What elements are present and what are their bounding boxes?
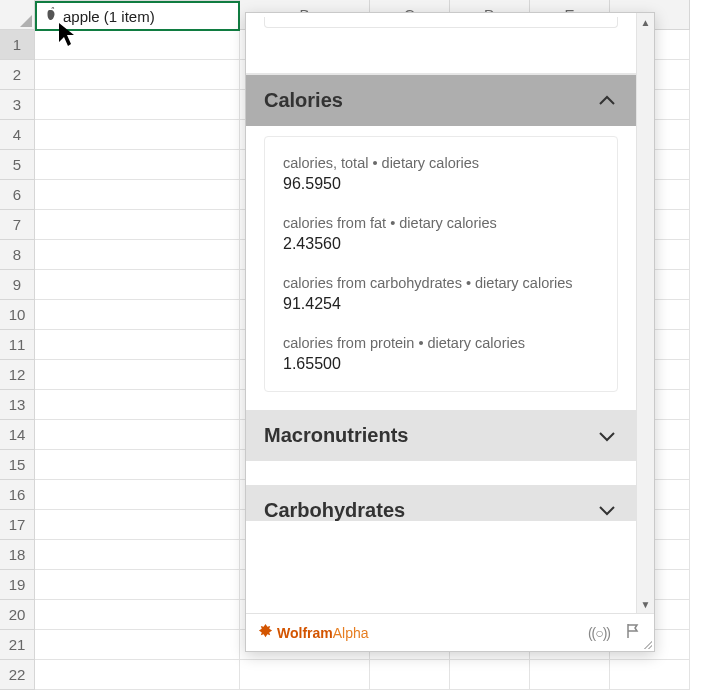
cell[interactable] <box>35 360 240 390</box>
scroll-down-button[interactable]: ▼ <box>637 595 655 613</box>
row-header[interactable]: 8 <box>0 240 35 270</box>
cell[interactable] <box>450 660 530 690</box>
cell[interactable] <box>35 270 240 300</box>
row-header[interactable]: 3 <box>0 90 35 120</box>
attribution-text: WolframAlpha <box>277 625 369 641</box>
previous-section-edge <box>246 13 636 75</box>
section-header-carbohydrates[interactable]: Carbohydrates <box>246 485 636 521</box>
flag-icon[interactable] <box>624 622 642 643</box>
resize-grip-icon[interactable] <box>644 641 652 649</box>
section-title: Macronutrients <box>264 424 408 447</box>
cell[interactable] <box>35 180 240 210</box>
row-header[interactable]: 2 <box>0 60 35 90</box>
cell[interactable] <box>35 390 240 420</box>
row-header[interactable]: 7 <box>0 210 35 240</box>
row-header[interactable]: 13 <box>0 390 35 420</box>
row-header[interactable]: 15 <box>0 450 35 480</box>
row-header[interactable]: 17 <box>0 510 35 540</box>
chevron-down-icon <box>596 499 618 521</box>
cell[interactable] <box>35 510 240 540</box>
cell[interactable] <box>35 660 240 690</box>
section-header-macronutrients[interactable]: Macronutrients <box>246 410 636 461</box>
row-header[interactable]: 19 <box>0 570 35 600</box>
cell[interactable] <box>35 120 240 150</box>
row-header[interactable]: 4 <box>0 120 35 150</box>
row-header[interactable]: 9 <box>0 270 35 300</box>
cell[interactable] <box>35 90 240 120</box>
row-header[interactable]: 22 <box>0 660 35 690</box>
row-header[interactable]: 10 <box>0 300 35 330</box>
cell[interactable] <box>35 150 240 180</box>
cell-A1[interactable] <box>35 30 240 60</box>
cell[interactable] <box>35 540 240 570</box>
cell[interactable] <box>35 630 240 660</box>
cell[interactable] <box>35 210 240 240</box>
signal-icon[interactable]: ((○)) <box>588 625 610 641</box>
fact-row[interactable]: calories from carbohydrates • dietary ca… <box>283 275 599 313</box>
active-cell[interactable]: apple (1 item) <box>35 1 240 31</box>
fact-value: 96.5950 <box>283 175 599 193</box>
cell[interactable] <box>35 60 240 90</box>
cell[interactable] <box>370 660 450 690</box>
fact-label: calories, total • dietary calories <box>283 155 599 171</box>
cell[interactable] <box>530 660 610 690</box>
row-header[interactable]: 11 <box>0 330 35 360</box>
chevron-down-icon <box>596 425 618 447</box>
cell[interactable] <box>35 330 240 360</box>
chevron-up-icon <box>596 90 618 112</box>
row-header[interactable]: 6 <box>0 180 35 210</box>
scroll-up-button[interactable]: ▲ <box>637 13 655 31</box>
section-title: Calories <box>264 89 343 112</box>
attribution-wolfram[interactable]: WolframAlpha <box>258 624 369 642</box>
cell[interactable] <box>240 660 370 690</box>
fact-value: 91.4254 <box>283 295 599 313</box>
fact-value: 1.65500 <box>283 355 599 373</box>
fact-row[interactable]: calories, total • dietary calories 96.59… <box>283 155 599 193</box>
section-title: Carbohydrates <box>264 499 405 522</box>
cell[interactable] <box>35 570 240 600</box>
select-all-corner[interactable] <box>0 0 35 30</box>
cell[interactable] <box>35 240 240 270</box>
cell[interactable] <box>35 480 240 510</box>
active-cell-text: apple (1 item) <box>63 8 155 25</box>
fact-row[interactable]: calories from protein • dietary calories… <box>283 335 599 373</box>
panel-scrollbar[interactable]: ▲ ▼ <box>636 13 654 613</box>
data-card-panel: ▲ ▼ Calories calories, total • dietary c… <box>245 12 655 652</box>
row-header[interactable]: 14 <box>0 420 35 450</box>
row-header[interactable]: 5 <box>0 150 35 180</box>
fact-label: calories from protein • dietary calories <box>283 335 599 351</box>
row-header[interactable]: 12 <box>0 360 35 390</box>
section-header-calories[interactable]: Calories <box>246 75 636 126</box>
row-header[interactable]: 1 <box>0 30 35 60</box>
wolfram-logo-icon <box>258 624 273 642</box>
datatype-icon <box>43 7 63 26</box>
row-header[interactable]: 21 <box>0 630 35 660</box>
fact-label: calories from carbohydrates • dietary ca… <box>283 275 599 291</box>
cell[interactable] <box>35 420 240 450</box>
cell[interactable] <box>610 660 690 690</box>
fact-label: calories from fat • dietary calories <box>283 215 599 231</box>
cell[interactable] <box>35 450 240 480</box>
row-header[interactable]: 16 <box>0 480 35 510</box>
fact-row[interactable]: calories from fat • dietary calories 2.4… <box>283 215 599 253</box>
row-header[interactable]: 18 <box>0 540 35 570</box>
cell[interactable] <box>35 300 240 330</box>
fact-value: 2.43560 <box>283 235 599 253</box>
calories-card: calories, total • dietary calories 96.59… <box>264 136 618 392</box>
row-header[interactable]: 20 <box>0 600 35 630</box>
cell[interactable] <box>35 600 240 630</box>
panel-footer: WolframAlpha ((○)) <box>246 613 654 651</box>
